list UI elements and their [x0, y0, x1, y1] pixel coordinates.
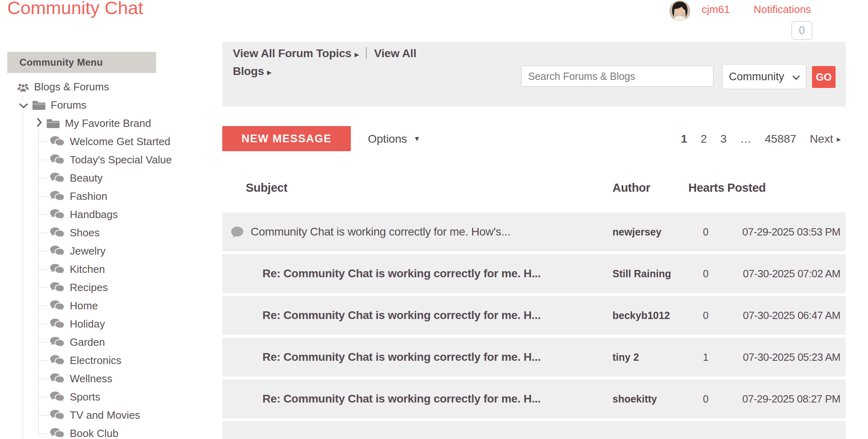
- chat-bubbles-icon: [49, 428, 65, 439]
- forum-list: Welcome Get Started Today's Special Valu…: [7, 133, 178, 439]
- sidebar-forum-label: Holiday: [70, 318, 105, 330]
- sidebar-item-blogs-forums[interactable]: Blogs & Forums: [7, 78, 178, 96]
- sidebar-forum-label: Today's Special Value: [70, 154, 172, 166]
- table-row[interactable]: Re: Community Chat is working correctly …: [222, 379, 846, 418]
- sidebar-forum-item[interactable]: Welcome Get Started: [7, 133, 178, 151]
- posted-date: 07-30-2025 07:02 AM: [743, 268, 840, 280]
- chat-bubbles-icon: [49, 300, 65, 312]
- last-page-link[interactable]: 45887: [765, 133, 797, 146]
- sidebar-forum-item[interactable]: TV and Movies: [7, 406, 178, 424]
- page-link[interactable]: 1: [681, 133, 688, 146]
- column-header-hearts[interactable]: Hearts: [688, 181, 723, 195]
- table-row[interactable]: Re: Community Chat is working correctly …: [222, 338, 846, 377]
- page-ellipsis: …: [740, 133, 752, 146]
- chat-bubbles-icon: [49, 227, 65, 239]
- author-link[interactable]: newjersey: [612, 226, 662, 238]
- sidebar-forum-label: Handbags: [70, 208, 118, 221]
- notification-count-badge[interactable]: 0: [791, 21, 812, 40]
- community-menu-tree: Blogs & Forums Forums My Favorite Brand: [7, 78, 178, 439]
- chat-bubbles-icon: [49, 172, 65, 184]
- chat-bubbles-icon: [49, 245, 65, 257]
- chat-bubbles-icon: [49, 191, 65, 203]
- notifications-link[interactable]: Notifications: [754, 3, 811, 16]
- username-link[interactable]: cjm61: [702, 3, 730, 16]
- sidebar-forum-item[interactable]: Today's Special Value: [7, 151, 178, 169]
- page-link[interactable]: 2: [700, 133, 707, 146]
- chat-bubbles-icon: [49, 355, 65, 367]
- sidebar-title: Community Menu: [7, 52, 156, 73]
- next-page-link[interactable]: Next ▸: [810, 133, 841, 146]
- author-link[interactable]: beckyb1012: [612, 310, 670, 321]
- subject-cell[interactable]: Re: Community Chat is working correctly …: [230, 267, 606, 280]
- chat-bubbles-icon: [49, 391, 65, 403]
- sidebar-forum-item[interactable]: Book Club: [7, 424, 178, 439]
- search-scope-value: Community: [729, 71, 784, 83]
- group-icon: [17, 82, 29, 92]
- subject-link[interactable]: Re: Community Chat is working correctly …: [262, 392, 541, 405]
- sidebar-forum-item[interactable]: Beauty: [7, 169, 178, 187]
- subject-cell[interactable]: Re: Community Chat is working correctly …: [230, 309, 606, 322]
- subject-cell[interactable]: Re: Community Chat is working correctly …: [230, 351, 606, 364]
- author-link[interactable]: Still Raining: [612, 268, 671, 280]
- sidebar-forum-item[interactable]: Handbags: [7, 206, 178, 224]
- author-link[interactable]: tiny 2: [612, 351, 639, 363]
- sidebar-forum-item[interactable]: Home: [7, 297, 178, 315]
- chat-bubbles-icon: [49, 263, 65, 276]
- column-header-posted[interactable]: Posted: [727, 181, 766, 195]
- table-row[interactable]: Re: Community Chat is working correctly …: [222, 296, 846, 335]
- sidebar-forum-label: TV and Movies: [70, 409, 140, 422]
- sidebar-forum-item[interactable]: Kitchen: [7, 260, 178, 278]
- chevron-right-icon[interactable]: [37, 117, 42, 130]
- chevron-down-icon: [792, 71, 800, 83]
- view-all-links: View All Forum Topics▸View All Blogs▸: [233, 45, 428, 81]
- sidebar-forum-item[interactable]: Garden: [7, 333, 178, 351]
- subject-link[interactable]: Community Chat is working correctly for …: [251, 225, 510, 238]
- divider: [366, 47, 367, 59]
- column-header-author[interactable]: Author: [612, 181, 650, 195]
- sidebar-forum-item[interactable]: Shoes: [7, 224, 178, 242]
- table-row-partial: [222, 421, 846, 439]
- view-all-forum-topics-link[interactable]: View All Forum Topics▸: [233, 47, 359, 60]
- search-input[interactable]: [521, 66, 713, 87]
- sidebar-forum-item[interactable]: Wellness: [7, 370, 178, 388]
- subject-cell[interactable]: Community Chat is working correctly for …: [230, 225, 606, 238]
- avatar-image: [669, 0, 690, 21]
- table-row[interactable]: Re: Community Chat is working correctly …: [222, 254, 846, 293]
- sidebar-forum-label: Jewelry: [70, 245, 105, 257]
- sidebar-forum-label: Recipes: [70, 281, 108, 294]
- table-row[interactable]: Community Chat is working correctly for …: [222, 212, 846, 251]
- column-header-subject[interactable]: Subject: [246, 181, 288, 195]
- sidebar-forum-item[interactable]: Recipes: [7, 278, 178, 297]
- chevron-down-icon[interactable]: [19, 99, 28, 111]
- posted-date: 07-30-2025 06:47 AM: [743, 309, 840, 322]
- sidebar-forum-item[interactable]: Electronics: [7, 351, 178, 370]
- subject-link[interactable]: Re: Community Chat is working correctly …: [262, 351, 541, 364]
- user-avatar[interactable]: [669, 0, 690, 21]
- page-link[interactable]: 3: [720, 133, 727, 146]
- sidebar-forum-label: Fashion: [70, 190, 107, 203]
- app-logo[interactable]: Community Chat: [7, 0, 143, 19]
- subject-link[interactable]: Re: Community Chat is working correctly …: [262, 267, 541, 280]
- sidebar-item-my-favorite-brand[interactable]: My Favorite Brand: [7, 114, 178, 133]
- sidebar-forum-label: Sports: [70, 391, 100, 403]
- sidebar-forum-label: Welcome Get Started: [70, 135, 170, 148]
- sidebar-forum-item[interactable]: Sports: [7, 388, 178, 406]
- chat-bubbles-icon: [49, 136, 65, 148]
- subject-cell[interactable]: Re: Community Chat is working correctly …: [230, 392, 606, 405]
- arrow-right-icon: ▸: [267, 68, 271, 77]
- sidebar-forum-label: Wellness: [70, 373, 112, 385]
- chat-bubbles-icon: [49, 318, 65, 330]
- sidebar-forum-item[interactable]: Jewelry: [7, 242, 178, 260]
- table-header: Subject Author Hearts Posted: [222, 181, 846, 199]
- sidebar-forum-item[interactable]: Holiday: [7, 315, 178, 333]
- go-button[interactable]: GO: [812, 66, 836, 88]
- search-scope-select[interactable]: Community: [722, 64, 806, 89]
- hearts-count: 1: [688, 351, 723, 363]
- subject-link[interactable]: Re: Community Chat is working correctly …: [262, 309, 541, 322]
- sidebar-forum-item[interactable]: Fashion: [7, 187, 178, 206]
- sidebar-item-forums[interactable]: Forums: [7, 96, 178, 114]
- sidebar-forum-label: Shoes: [70, 227, 100, 239]
- sidebar-item-label: Forums: [51, 99, 86, 111]
- author-link[interactable]: shoekitty: [612, 393, 657, 405]
- forum-toolbar: View All Forum Topics▸View All Blogs▸ Co…: [222, 42, 846, 107]
